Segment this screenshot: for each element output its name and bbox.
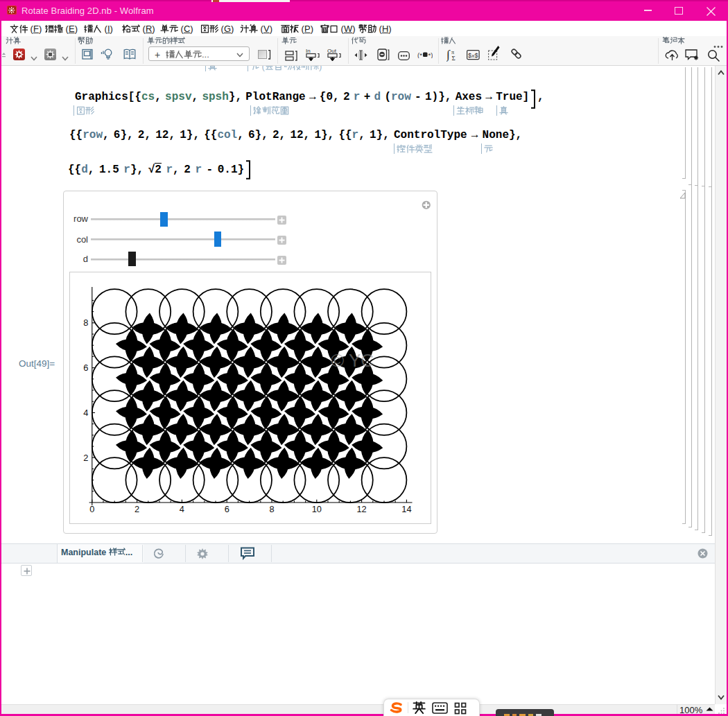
svg-text:Σ: Σ (452, 55, 456, 62)
svg-text:8: 8 (83, 317, 88, 328)
svg-text:2: 2 (135, 503, 139, 514)
svg-text:10: 10 (312, 503, 322, 514)
svg-text:∫: ∫ (447, 49, 451, 62)
svg-text:14: 14 (401, 503, 411, 514)
svg-text:(*: (* (417, 51, 422, 58)
svg-text:12: 12 (356, 503, 366, 514)
svg-text:4: 4 (180, 503, 184, 514)
svg-text:6: 6 (225, 503, 229, 514)
svg-text:*): *) (428, 51, 433, 58)
svg-text:Out: Out (327, 48, 337, 54)
svg-text:8: 8 (269, 503, 274, 514)
svg-text:2: 2 (83, 452, 88, 462)
svg-text:6: 6 (83, 363, 88, 373)
svg-text:4: 4 (83, 407, 88, 417)
svg-text:0: 0 (89, 503, 94, 514)
svg-text:© YC: © YC (331, 350, 374, 371)
svg-text:$: $ (475, 52, 478, 59)
svg-text:In: In (306, 48, 311, 54)
